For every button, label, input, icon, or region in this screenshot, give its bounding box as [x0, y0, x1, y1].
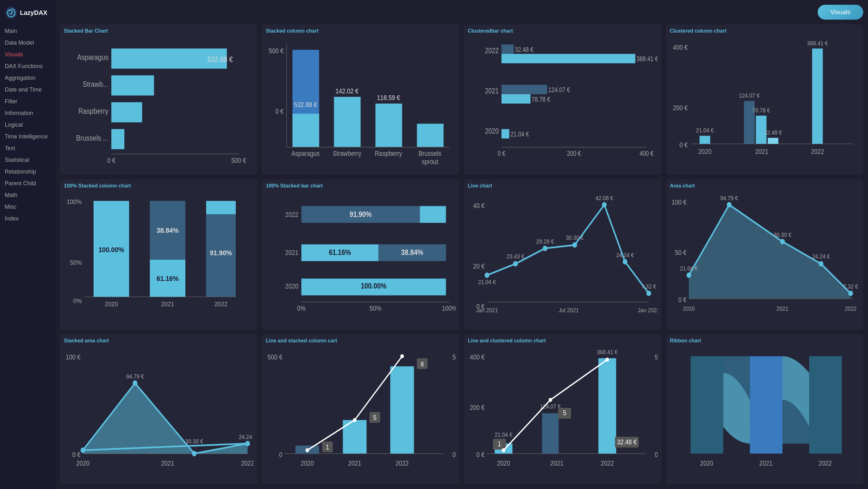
svg-rect-39: [501, 94, 530, 104]
svg-point-109: [602, 202, 607, 207]
svg-point-145: [81, 448, 85, 453]
svg-text:400 €: 400 €: [639, 150, 653, 157]
line-clustered-column-chart-area: 400 € 200 € 0 € 5 0 1 21.04 € 124.07 €: [468, 346, 657, 481]
svg-text:532.88 €: 532.88 €: [294, 101, 317, 108]
sidebar-item-misc[interactable]: Misc: [0, 201, 55, 213]
svg-text:Jan 2021: Jan 2021: [476, 307, 498, 314]
svg-rect-10: [112, 129, 124, 149]
sidebar-item-filter[interactable]: Filter: [0, 96, 55, 107]
svg-point-195: [606, 357, 609, 362]
svg-text:100.00%: 100.00%: [361, 282, 386, 290]
svg-point-105: [485, 273, 489, 278]
svg-text:21.04 €: 21.04 €: [510, 130, 529, 138]
line-clustered-column-chart-card: Line and clustered column chart 400 € 20…: [464, 334, 661, 484]
svg-rect-189: [598, 358, 616, 454]
svg-text:Raspberry: Raspberry: [375, 150, 402, 157]
sidebar-item-parent-child[interactable]: Parent Child: [0, 178, 55, 190]
svg-text:6: 6: [421, 361, 424, 368]
ribbon-chart-card: Ribbon chart 2020: [666, 334, 863, 484]
sidebar-item-text[interactable]: Text: [0, 143, 55, 154]
svg-text:2022: 2022: [285, 211, 299, 218]
svg-text:32.48 €: 32.48 €: [515, 46, 533, 53]
svg-text:124.07 €: 124.07 €: [548, 86, 570, 93]
svg-text:5: 5: [453, 353, 455, 361]
line-stacked-column-chart-card: Line and stacked column cart 500 € 0 5 0: [262, 334, 459, 484]
svg-text:7.32 €: 7.32 €: [843, 283, 858, 290]
svg-text:118.59 €: 118.59 €: [377, 94, 400, 102]
stacked-100-column-chart-card: 100% Stacked column chart 100% 50% 0% 10…: [60, 179, 257, 329]
stacked-column-chart-area: 500 € 0 € 532.88 € 142.02 € 118.59 €: [266, 36, 455, 171]
svg-text:200 €: 200 €: [673, 104, 688, 112]
stacked-bar-chart-area: Asparagus Strawb... Raspberry Brussels .…: [64, 36, 253, 171]
svg-text:124.07 €: 124.07 €: [739, 92, 760, 99]
stacked-bar-chart-title: Stacked Bar Chart: [64, 28, 253, 34]
svg-point-108: [572, 242, 577, 248]
svg-point-147: [192, 451, 196, 456]
svg-text:0 €: 0 €: [679, 141, 688, 148]
svg-text:Jan 2022: Jan 2022: [638, 307, 657, 314]
svg-rect-24: [417, 124, 444, 147]
svg-text:78.78 €: 78.78 €: [531, 95, 550, 103]
svg-point-194: [548, 398, 552, 402]
svg-point-146: [132, 380, 137, 386]
svg-text:2020: 2020: [698, 148, 711, 155]
svg-text:368.41 €: 368.41 €: [637, 55, 657, 63]
sidebar-item-math[interactable]: Math: [0, 190, 55, 201]
svg-text:2021: 2021: [485, 87, 498, 95]
stacked-100-column-chart-area: 100% 50% 0% 100.00% 38.84% 61.16% 91.90%: [64, 191, 253, 325]
sidebar: LazyDAX Main Data Model Visuals DAX Func…: [0, 0, 55, 489]
svg-text:2022: 2022: [845, 305, 856, 312]
main-content: Visuals Stacked Bar Chart Asparagus Stra…: [55, 0, 868, 489]
stacked-bar-chart-card: Stacked Bar Chart Asparagus Strawb... Ra…: [60, 24, 257, 174]
svg-text:94.79 €: 94.79 €: [126, 373, 144, 380]
svg-text:5: 5: [563, 409, 566, 416]
sidebar-item-index[interactable]: Index: [0, 213, 55, 225]
svg-text:38.84%: 38.84%: [157, 227, 179, 235]
logo-icon: [5, 6, 18, 19]
svg-text:78.78 €: 78.78 €: [752, 107, 770, 114]
sidebar-item-main[interactable]: Main: [0, 25, 55, 37]
svg-text:2021: 2021: [161, 300, 174, 308]
svg-text:2020: 2020: [700, 460, 713, 467]
svg-text:sprout: sprout: [422, 158, 438, 165]
area-chart-title: Area chart: [670, 183, 860, 189]
sidebar-item-statistical[interactable]: Statistical: [0, 154, 55, 166]
sidebar-item-dax-functions[interactable]: DAX Functions: [0, 60, 55, 72]
sidebar-item-relationship[interactable]: Relationship: [0, 166, 55, 178]
svg-text:500 €: 500 €: [231, 156, 246, 164]
svg-text:1: 1: [326, 443, 329, 451]
sidebar-item-visuals[interactable]: Visuals: [0, 49, 55, 60]
svg-text:Strawberry: Strawberry: [333, 150, 362, 157]
svg-text:2020: 2020: [485, 127, 498, 136]
line-chart-card: Line chart 40 € 20 € 0 €: [464, 179, 661, 329]
line-chart-title: Line chart: [468, 183, 657, 189]
stacked-area-chart-card: Stacked area chart 100 € 0 € 94.79 € 30.…: [60, 334, 257, 484]
svg-rect-8: [112, 76, 154, 96]
stacked-area-chart-area: 100 € 0 € 94.79 € 30.30 € 24.24 € 2020: [64, 346, 253, 481]
clustered-bar-chart-area: 2022 32.48 € 368.41 € 2021 124.07 € 78.7…: [468, 36, 657, 171]
svg-text:30.30 €: 30.30 €: [565, 234, 583, 241]
sidebar-item-date-time[interactable]: Date and Time: [0, 84, 55, 96]
svg-text:2022: 2022: [818, 460, 832, 467]
svg-text:24.24 €: 24.24 €: [239, 434, 253, 440]
svg-text:1: 1: [498, 440, 501, 448]
svg-rect-54: [699, 136, 710, 144]
svg-text:2020: 2020: [497, 460, 510, 467]
svg-rect-162: [391, 367, 414, 454]
sidebar-item-time-intelligence[interactable]: Time Intelligence: [0, 131, 55, 143]
svg-text:0 €: 0 €: [107, 156, 116, 164]
sidebar-item-data-model[interactable]: Data Model: [0, 37, 55, 49]
svg-text:0 €: 0 €: [275, 108, 283, 115]
stacked-column-chart-card: Stacked column chart 500 € 0 € 532.88 € …: [262, 24, 459, 174]
sidebar-item-aggregation[interactable]: Aggregation: [0, 72, 55, 84]
visuals-button[interactable]: Visuals: [818, 5, 863, 20]
svg-point-148: [245, 441, 250, 446]
svg-text:2022: 2022: [396, 460, 409, 467]
sidebar-item-information[interactable]: Information: [0, 107, 55, 119]
svg-text:142.02 €: 142.02 €: [335, 87, 359, 95]
svg-text:0: 0: [279, 451, 282, 458]
area-chart-area: 100 € 50 € 0 € 21.04 € 94.79 €: [670, 191, 860, 325]
stacked-100-column-chart-title: 100% Stacked column chart: [64, 183, 253, 189]
svg-text:2020: 2020: [301, 460, 314, 467]
sidebar-item-logical[interactable]: Logical: [0, 119, 55, 131]
